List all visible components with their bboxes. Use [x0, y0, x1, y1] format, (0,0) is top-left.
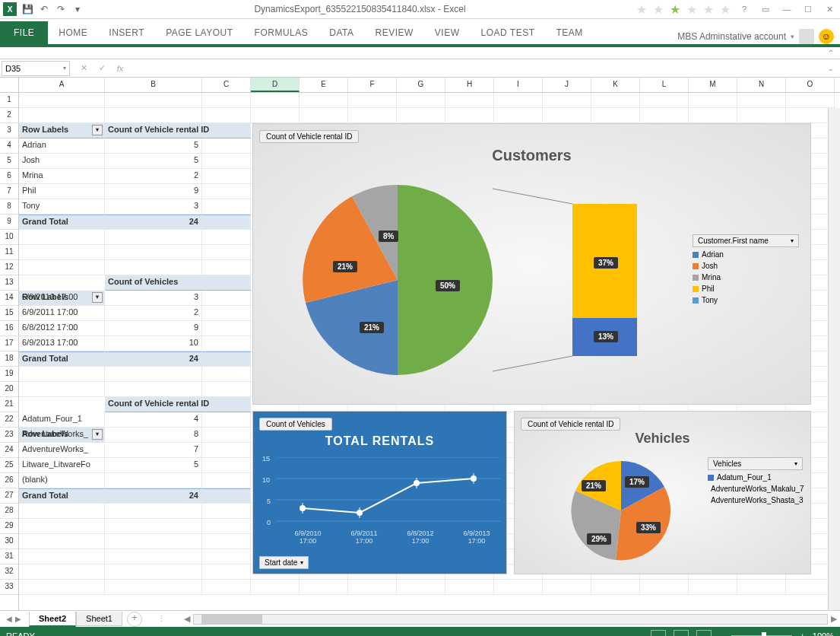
formula-input[interactable]: [134, 61, 823, 76]
cell[interactable]: 2: [105, 169, 202, 184]
cell[interactable]: Row Labels▾: [19, 123, 105, 138]
cell[interactable]: [202, 199, 251, 215]
cell[interactable]: 9: [105, 184, 202, 199]
zoom-level[interactable]: 100%: [813, 631, 834, 636]
cell[interactable]: 7: [105, 443, 202, 458]
zoom-out-icon[interactable]: −: [719, 631, 724, 636]
cell[interactable]: Adrian: [19, 138, 105, 154]
undo-icon[interactable]: ↶: [38, 3, 50, 15]
cell[interactable]: 10: [105, 336, 202, 351]
cell[interactable]: [202, 321, 251, 336]
feedback-icon[interactable]: ☺: [819, 29, 834, 44]
row-header[interactable]: 12: [0, 260, 18, 275]
cell[interactable]: 24: [105, 351, 202, 367]
row-header[interactable]: 17: [0, 336, 18, 351]
col-header-H[interactable]: H: [445, 78, 494, 92]
row-header[interactable]: 22: [0, 412, 18, 428]
cell[interactable]: 5: [105, 138, 202, 154]
ribbon-tab-view[interactable]: VIEW: [424, 23, 471, 44]
row-header[interactable]: 15: [0, 306, 18, 321]
row-header[interactable]: 4: [0, 138, 18, 154]
cell[interactable]: [202, 351, 251, 367]
cell[interactable]: Grand Total: [19, 215, 105, 230]
ribbon-tab-loadtest[interactable]: LOAD TEST: [471, 23, 546, 44]
row-header[interactable]: 29: [0, 519, 18, 534]
col-header-N[interactable]: N: [737, 78, 786, 92]
minimize-icon[interactable]: —: [779, 2, 794, 16]
cell[interactable]: Count of Vehicles: [105, 275, 251, 291]
row-header[interactable]: 8: [0, 199, 18, 215]
row-header[interactable]: 16: [0, 321, 18, 336]
ribbon-tab-home[interactable]: HOME: [48, 23, 98, 44]
cell[interactable]: 3: [105, 291, 202, 306]
cell[interactable]: [202, 458, 251, 473]
select-all-corner[interactable]: [0, 78, 19, 93]
cell[interactable]: (blank): [19, 473, 105, 488]
col-header-O[interactable]: O: [786, 78, 835, 92]
row-header[interactable]: 10: [0, 230, 18, 245]
cell[interactable]: [202, 488, 251, 504]
cell[interactable]: Count of Vehicle rental ID: [105, 397, 251, 412]
row-header[interactable]: 28: [0, 504, 18, 519]
collapse-ribbon-icon[interactable]: ⌃: [828, 49, 834, 57]
zoom-in-icon[interactable]: +: [800, 631, 804, 636]
cancel-icon[interactable]: ✕: [76, 63, 91, 73]
close-icon[interactable]: ✕: [822, 2, 837, 16]
cell[interactable]: 24: [105, 215, 202, 230]
col-header-L[interactable]: L: [640, 78, 689, 92]
cell[interactable]: 4: [105, 412, 202, 428]
ribbon-tab-insert[interactable]: INSERT: [98, 23, 155, 44]
cell[interactable]: 24: [105, 488, 202, 504]
col-header-I[interactable]: I: [494, 78, 543, 92]
col-header-J[interactable]: J: [543, 78, 591, 92]
row-header[interactable]: 23: [0, 428, 18, 443]
row-header[interactable]: 3: [0, 123, 18, 138]
row-header[interactable]: 25: [0, 458, 18, 473]
cell[interactable]: 9: [105, 321, 202, 336]
sheet-prev-icon[interactable]: ◀: [6, 615, 12, 623]
cell[interactable]: 6/9/2011 17:00: [19, 306, 105, 321]
row-header[interactable]: 11: [0, 245, 18, 260]
cell[interactable]: AdventureWorks_: [19, 443, 105, 458]
row-header[interactable]: 14: [0, 291, 18, 306]
cell[interactable]: 6/9/2013 17:00: [19, 336, 105, 351]
cell[interactable]: [202, 473, 251, 488]
sheet-next-icon[interactable]: ▶: [15, 615, 21, 623]
ribbon-tab-formulas[interactable]: FORMULAS: [244, 23, 319, 44]
row-header[interactable]: 27: [0, 488, 18, 504]
cell[interactable]: [202, 412, 251, 428]
ribbon-tab-pagelayout[interactable]: PAGE LAYOUT: [155, 23, 243, 44]
cell[interactable]: Josh: [19, 154, 105, 169]
row-header[interactable]: 5: [0, 154, 18, 169]
cell[interactable]: [202, 291, 251, 306]
cell[interactable]: AdventureWorks_: [19, 428, 105, 443]
user-name[interactable]: MBS Adminstative account: [677, 31, 786, 42]
row-header[interactable]: 26: [0, 473, 18, 488]
new-sheet-button[interactable]: +: [127, 612, 142, 627]
row-header[interactable]: 13: [0, 275, 18, 291]
cell[interactable]: 6/9/2010 17:00: [19, 291, 105, 306]
save-icon[interactable]: 💾: [21, 3, 33, 15]
cell[interactable]: [202, 428, 251, 443]
ribbon-tab-team[interactable]: TEAM: [545, 23, 593, 44]
sheet-tab-sheet1[interactable]: Sheet1: [76, 612, 122, 626]
col-header-F[interactable]: F: [348, 78, 397, 92]
cell[interactable]: [202, 138, 251, 154]
row-header[interactable]: 31: [0, 549, 18, 564]
cell[interactable]: [202, 154, 251, 169]
row-header[interactable]: 33: [0, 580, 18, 595]
row-header[interactable]: 20: [0, 382, 18, 397]
row-header[interactable]: 32: [0, 564, 18, 580]
legend-title[interactable]: Vehicles▾: [708, 457, 803, 470]
cell[interactable]: 2: [105, 306, 202, 321]
enter-icon[interactable]: ✓: [94, 63, 109, 73]
avatar[interactable]: [799, 29, 814, 44]
ribbon-tab-file[interactable]: FILE: [0, 21, 48, 44]
view-normal-icon[interactable]: [651, 630, 666, 636]
cell[interactable]: 6/8/2012 17:00: [19, 321, 105, 336]
view-pagelayout-icon[interactable]: [674, 630, 689, 636]
qat-customize-icon[interactable]: ▾: [71, 3, 84, 15]
redo-icon[interactable]: ↷: [55, 3, 67, 15]
filter-dropdown-icon[interactable]: ▾: [92, 125, 103, 135]
cell[interactable]: [105, 473, 202, 488]
